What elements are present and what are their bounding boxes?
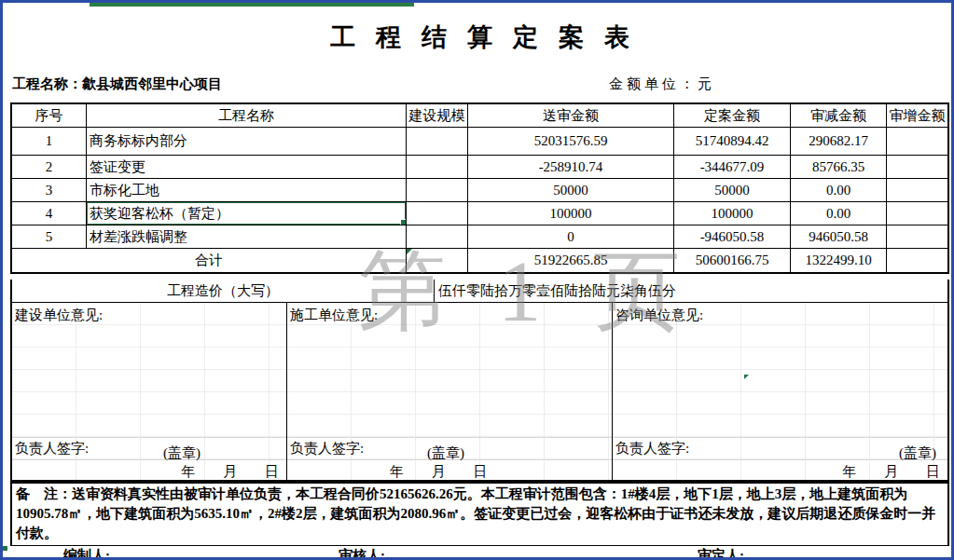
remarks-text: 备 注：送审资料真实性由被审计单位负责，本工程合同价52165626.26元。本… [10,482,949,546]
cell-name-selected[interactable]: 获奖迎客松杯（暂定） [87,202,407,225]
cell-reduced[interactable]: 946050.58 [791,225,887,249]
opinion-box-consultant-unit[interactable]: 咨询单位意见: 负责人签字: (盖章) 年 月 日 [613,303,947,480]
settlement-sheet: 工程结算定案表 工程名称：歙县城西邻里中心项目 金额单位：元 序号 工程名称 建… [0,0,954,560]
col-header-finalized[interactable]: 定案金额 [674,104,791,128]
green-fragment [3,546,7,551]
cell-increased[interactable] [887,225,947,249]
opinion-box-contractor-unit[interactable]: 施工单位意见: 负责人签字: (盖章) 年 月 日 [287,303,613,480]
cell-name[interactable]: 商务标标内部分 [87,128,407,156]
cell-finalized[interactable]: 50000 [674,179,791,202]
divider [287,437,612,438]
cell-submitted[interactable]: 0 [468,225,674,249]
total-finalized-cell[interactable]: 50600166.75 [674,249,791,272]
cell-scale[interactable] [407,225,468,249]
opinion-box-construction-unit[interactable]: 建设单位意见: 负责人签字: (盖章) 年 月 日 [12,303,287,480]
cell-finalized[interactable]: -946050.58 [674,225,791,249]
col-header-seq[interactable]: 序号 [12,104,87,128]
sign-label: 负责人签字: [15,440,89,458]
cell-reduced[interactable]: 0.00 [791,202,887,225]
cell-scale[interactable] [407,156,468,179]
cell-increased[interactable] [887,179,947,202]
sign-label: 负责人签字: [615,440,689,458]
settlement-table: 序号 工程名称 建设规模 送审金额 定案金额 审减金额 审增金额 1 商务标标内… [10,102,949,274]
cell-submitted[interactable]: 50000 [468,179,674,202]
date-label: 年 月 日 [843,463,941,481]
col-header-name[interactable]: 工程名称 [87,104,407,128]
date-label: 年 月 日 [182,463,280,481]
col-header-increased[interactable]: 审增金额 [887,104,947,128]
seal-label: (盖章) [427,444,464,462]
total-submitted-cell[interactable]: 51922665.85 [468,249,674,272]
cell-scale[interactable] [407,128,468,156]
cell-seq[interactable]: 4 [12,202,87,225]
col-header-scale[interactable]: 建设规模 [407,104,468,128]
amount-unit-label: 金额单位：元 [609,75,715,93]
date-label: 年 月 日 [390,463,488,481]
opinion-label: 施工单位意见: [290,307,378,324]
cell-increased[interactable] [887,156,947,179]
cell-name[interactable]: 材差涨跌幅调整 [87,225,407,249]
cell-finalized[interactable]: 100000 [674,202,791,225]
comment-triangle-icon [744,375,749,379]
seal-label: (盖章) [899,444,936,462]
cell-increased[interactable] [887,128,947,156]
total-scale-cell[interactable] [407,249,468,272]
comment-triangle-icon [407,249,412,254]
cell-reduced[interactable]: 290682.17 [791,128,887,156]
cell-seq[interactable]: 3 [12,179,87,202]
amount-in-words-row: 工程造价（大写） 伍仟零陆拾万零壹佰陆拾陆元柒角伍分 [10,280,949,303]
total-increased-cell[interactable] [887,249,947,272]
cell-submitted[interactable]: -258910.74 [468,156,674,179]
total-reduced-cell[interactable]: 1322499.10 [791,249,887,272]
top-green-strip [90,3,414,7]
opinion-label: 建设单位意见: [15,307,103,324]
divider [613,459,947,460]
selected-cell-text: 获奖迎客松杯（暂定） [90,205,229,223]
project-name-label: 工程名称： [12,76,82,91]
cell-increased[interactable] [887,202,947,225]
cell-seq[interactable]: 2 [12,156,87,179]
amount-in-words-label[interactable]: 工程造价（大写） [12,280,435,302]
cell-scale[interactable] [407,202,468,225]
total-label-cell[interactable]: 合计 [12,249,407,272]
reviewer-label: 审核人: [339,547,385,560]
cell-finalized[interactable]: 51740894.42 [674,128,791,156]
divider [12,437,286,438]
cell-finalized[interactable]: -344677.09 [674,156,791,179]
divider [12,459,286,460]
cell-submitted[interactable]: 100000 [468,202,674,225]
cell-scale[interactable] [407,179,468,202]
seal-label: (盖章) [163,444,200,462]
fill-handle[interactable] [400,219,407,225]
page-title: 工程结算定案表 [10,7,949,65]
cell-seq[interactable]: 5 [12,225,87,249]
cell-name[interactable]: 签证变更 [87,156,407,179]
project-name-value: 歙县城西邻里中心项目 [82,76,222,91]
preparer-label: 编制人: [63,547,110,560]
opinions-section: 建设单位意见: 负责人签字: (盖章) 年 月 日 施工单位意见: 负责人签字:… [10,303,949,482]
opinion-label: 咨询单位意见: [615,307,703,324]
col-header-submitted[interactable]: 送审金额 [468,104,674,128]
sign-label: 负责人签字: [290,440,364,458]
project-name: 工程名称：歙县城西邻里中心项目 [12,75,222,93]
cell-reduced[interactable]: 0.00 [791,179,887,202]
approver-label: 审定人: [698,547,744,560]
cell-name[interactable]: 市标化工地 [87,179,407,202]
cell-submitted[interactable]: 52031576.59 [468,128,674,156]
col-header-reduced[interactable]: 审减金额 [791,104,887,128]
cell-reduced[interactable]: 85766.35 [791,156,887,179]
amount-in-words-value[interactable]: 伍仟零陆拾万零壹佰陆拾陆元柒角伍分 [435,280,947,302]
cell-seq[interactable]: 1 [12,128,87,156]
info-row: 工程名称：歙县城西邻里中心项目 金额单位：元 [10,66,949,102]
divider [613,437,947,438]
